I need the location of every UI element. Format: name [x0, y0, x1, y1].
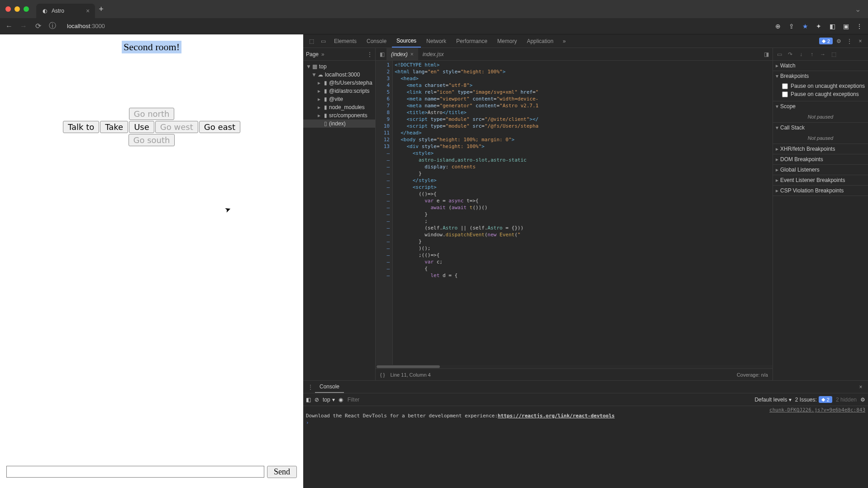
tree-folder[interactable]: ▸▮@id/astro:scripts — [303, 87, 375, 95]
tree-host[interactable]: ▼☁localhost:3000 — [303, 71, 375, 79]
tab-application[interactable]: Application — [522, 34, 558, 48]
tab-network[interactable]: Network — [422, 34, 451, 48]
console-link[interactable]: https://reactjs.org/link/react-devtools — [498, 413, 615, 419]
profile-icon[interactable]: ▣ — [841, 23, 851, 30]
console-filter-input[interactable] — [347, 396, 751, 403]
console-sidebar-icon[interactable]: ◧ — [306, 397, 311, 403]
pause-uncaught-checkbox[interactable]: Pause on uncaught exceptions — [782, 82, 865, 90]
editor-tabs: ◧ (index)× index.jsx ◨ — [376, 48, 773, 61]
file-tree: ▼▦top ▼☁localhost:3000 ▸▮@fs/Users/steph… — [303, 61, 375, 129]
tree-file-index[interactable]: ▯(index) — [303, 120, 375, 128]
deactivate-icon[interactable]: ⬚ — [829, 51, 838, 57]
take-button[interactable]: Take — [100, 121, 128, 133]
editor-tab-index[interactable]: (index)× — [386, 48, 418, 60]
tree-folder[interactable]: ▸▮@vite — [303, 95, 375, 103]
extensions-icon[interactable]: ✦ — [814, 23, 824, 30]
pause-caught-checkbox[interactable]: Pause on caught exceptions — [782, 90, 865, 98]
issues-badge[interactable]: ◆ 2 — [819, 38, 833, 44]
reload-button[interactable]: ⟳ — [33, 22, 43, 30]
xhr-section[interactable]: ▸XHR/fetch Breakpoints — [773, 144, 868, 154]
code-area[interactable]: 1 2 3 4 5 6 7 8 9 10 11 12 13 – – – – – … — [376, 61, 773, 365]
go-east-button[interactable]: Go east — [199, 121, 240, 133]
devtools-close-icon[interactable]: × — [855, 38, 865, 44]
use-button[interactable]: Use — [129, 121, 154, 133]
tree-folder[interactable]: ▸▮src/components — [303, 111, 375, 120]
format-icon[interactable]: { } — [380, 372, 385, 378]
log-levels-dropdown[interactable]: Default levels ▾ — [754, 397, 791, 403]
console-source-link[interactable]: chunk-DFKQJ226.js?v=9e6b4e8c:843 — [306, 407, 865, 413]
step-into-icon[interactable]: ↓ — [796, 51, 806, 57]
step-icon[interactable]: → — [818, 51, 827, 57]
global-section[interactable]: ▸Global Listeners — [773, 165, 868, 175]
toggle-side-icon[interactable]: ◨ — [762, 51, 771, 57]
editor-tab-indexjsx[interactable]: index.jsx — [418, 48, 448, 60]
nav-more-icon[interactable]: ⋮ — [367, 51, 372, 57]
share-icon[interactable]: ⇪ — [787, 23, 796, 30]
drawer-tab-console[interactable]: Console — [315, 381, 344, 393]
tab-close-icon[interactable]: × — [86, 7, 90, 14]
site-info-icon[interactable]: ⓘ — [47, 21, 58, 31]
csp-section[interactable]: ▸CSP Violation Breakpoints — [773, 186, 868, 196]
new-tab-button[interactable]: + — [99, 5, 104, 14]
minimize-window-button[interactable] — [14, 6, 20, 12]
dom-section[interactable]: ▸DOM Breakpoints — [773, 154, 868, 164]
scope-not-paused: Not paused — [773, 111, 868, 122]
console-settings-icon[interactable]: ⚙ — [860, 397, 865, 403]
tree-folder[interactable]: ▸▮node_modules — [303, 103, 375, 111]
browser-titlebar: ◐ Astro × + ⌄ — [0, 0, 868, 18]
zoom-icon[interactable]: ⊕ — [773, 23, 783, 30]
inspect-icon[interactable]: ⬚ — [306, 38, 317, 44]
forward-button[interactable]: → — [18, 22, 29, 30]
send-button[interactable]: Send — [267, 466, 297, 478]
horizontal-scrollbar[interactable] — [376, 365, 773, 368]
command-input[interactable] — [6, 466, 264, 478]
tree-folder[interactable]: ▸▮@fs/Users/stepha — [303, 79, 375, 87]
menu-icon[interactable]: ⋮ — [854, 23, 864, 30]
tab-sources[interactable]: Sources — [392, 34, 421, 48]
close-window-button[interactable] — [5, 6, 11, 12]
close-icon[interactable]: × — [410, 51, 414, 57]
event-section[interactable]: ▸Event Listener Breakpoints — [773, 175, 868, 185]
callstack-section[interactable]: ▾Call Stack — [773, 123, 868, 133]
clear-console-icon[interactable]: ⊘ — [315, 397, 319, 403]
device-icon[interactable]: ▭ — [318, 38, 329, 44]
devtools-menu-icon[interactable]: ⋮ — [844, 38, 854, 44]
console-issues[interactable]: 2 Issues: ◆ 2 — [795, 396, 832, 403]
go-north-button[interactable]: Go north — [129, 108, 175, 120]
drawer-menu-icon[interactable]: ⋮ — [306, 384, 315, 390]
tab-console[interactable]: Console — [362, 34, 391, 48]
tree-top[interactable]: ▼▦top — [303, 62, 375, 71]
breakpoints-section[interactable]: ▾Breakpoints — [773, 71, 868, 81]
toggle-nav-icon[interactable]: ◧ — [377, 51, 386, 57]
pause-icon[interactable]: ▭ — [775, 51, 784, 57]
devtools-tabs: ⬚ ▭ Elements Console Sources Network Per… — [303, 34, 868, 48]
tabs-dropdown-icon[interactable]: ⌄ — [855, 5, 861, 14]
console-prompt[interactable]: › — [306, 419, 865, 426]
tab-performance[interactable]: Performance — [452, 34, 492, 48]
settings-gear-icon[interactable]: ⚙ — [834, 38, 844, 44]
bookmark-star-icon[interactable]: ★ — [800, 23, 810, 30]
url-port: :3000 — [90, 23, 105, 29]
tab-memory[interactable]: Memory — [493, 34, 521, 48]
maximize-window-button[interactable] — [24, 6, 29, 12]
browser-tab[interactable]: ◐ Astro × — [36, 4, 95, 18]
back-button[interactable]: ← — [4, 22, 14, 30]
drawer-close-icon[interactable]: × — [856, 384, 865, 390]
console-context[interactable]: top ▾ — [323, 397, 335, 403]
send-bar: Send — [0, 460, 303, 488]
debugger-sidebar: ▭ ↷ ↓ ↑ → ⬚ ▸Watch ▾Breakpoints Pause on… — [773, 48, 868, 380]
sidepanel-icon[interactable]: ◧ — [827, 23, 837, 30]
go-south-button[interactable]: Go south — [129, 134, 175, 146]
scope-section[interactable]: ▾Scope — [773, 101, 868, 111]
tab-elements[interactable]: Elements — [329, 34, 361, 48]
talk-to-button[interactable]: Talk to — [63, 121, 99, 133]
nav-tab-page[interactable]: Page» — [306, 51, 324, 57]
url-field[interactable]: localhost:3000 — [62, 23, 769, 29]
step-out-icon[interactable]: ↑ — [807, 51, 816, 57]
more-tabs-icon[interactable]: » — [559, 38, 570, 44]
url-host: localhost — [67, 23, 90, 29]
step-over-icon[interactable]: ↷ — [786, 51, 795, 57]
watch-section[interactable]: ▸Watch — [773, 61, 868, 71]
live-expr-icon[interactable]: ◉ — [339, 397, 343, 403]
go-west-button[interactable]: Go west — [155, 121, 198, 133]
